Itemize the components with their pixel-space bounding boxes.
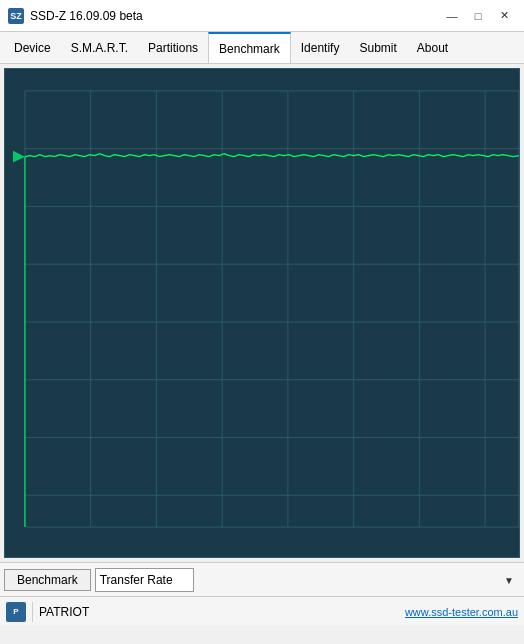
chart-svg	[5, 69, 519, 557]
minimize-button[interactable]: —	[440, 6, 464, 26]
menu-item-smart[interactable]: S.M.A.R.T.	[61, 32, 138, 63]
svg-rect-0	[5, 69, 519, 557]
device-icon: P	[6, 602, 26, 622]
menu-item-about[interactable]: About	[407, 32, 458, 63]
menu-item-submit[interactable]: Submit	[349, 32, 406, 63]
device-name: PATRIOT	[39, 605, 89, 619]
status-url[interactable]: www.ssd-tester.com.au	[405, 606, 518, 618]
app-icon: SZ	[8, 8, 24, 24]
status-bar: P PATRIOT www.ssd-tester.com.au	[0, 596, 524, 626]
bottom-bar: Benchmark Transfer Rate Sequential Read …	[0, 562, 524, 596]
maximize-button[interactable]: □	[466, 6, 490, 26]
benchmark-chart: 180 Work in Progress - Results Unreliabl…	[4, 68, 520, 558]
menu-bar: Device S.M.A.R.T. Partitions Benchmark I…	[0, 32, 524, 64]
menu-item-benchmark[interactable]: Benchmark	[208, 32, 291, 63]
transfer-select-wrapper: Transfer Rate Sequential Read Sequential…	[95, 568, 520, 592]
status-divider	[32, 602, 33, 622]
menu-item-device[interactable]: Device	[4, 32, 61, 63]
title-bar: SZ SSD-Z 16.09.09 beta — □ ✕	[0, 0, 524, 32]
title-bar-left: SZ SSD-Z 16.09.09 beta	[8, 8, 143, 24]
title-bar-controls: — □ ✕	[440, 6, 516, 26]
window-title: SSD-Z 16.09.09 beta	[30, 9, 143, 23]
menu-item-partitions[interactable]: Partitions	[138, 32, 208, 63]
benchmark-button[interactable]: Benchmark	[4, 569, 91, 591]
close-button[interactable]: ✕	[492, 6, 516, 26]
select-arrow-icon: ▼	[504, 574, 514, 585]
transfer-rate-select[interactable]: Transfer Rate Sequential Read Sequential…	[95, 568, 194, 592]
menu-item-identify[interactable]: Identify	[291, 32, 350, 63]
